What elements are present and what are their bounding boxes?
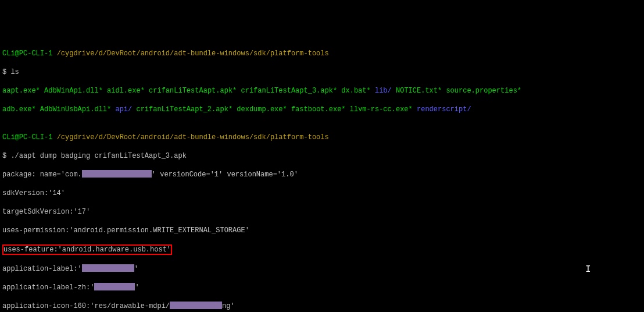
file-executable: crifanLiTestAapt.apk*	[149, 87, 237, 95]
file-executable: crifanLiTestAapt_2.apk*	[136, 105, 232, 114]
file-executable: AdbWinApi.dll*	[44, 87, 103, 95]
terminal-output[interactable]: CLi@PC-CLI-1 /cygdrive/d/DevRoot/android…	[2, 40, 642, 312]
file-executable: crifanLiTestAapt_3.apk*	[241, 87, 338, 95]
prompt-path: /cygdrive/d/DevRoot/android/adt-bundle-w…	[57, 49, 329, 58]
ls-row-1: aapt.exe* AdbWinApi.dll* aidl.exe* crifa…	[2, 86, 642, 95]
file-executable: NOTICE.txt*	[396, 87, 442, 95]
file-executable: AdbWinUsbApi.dll*	[40, 105, 111, 114]
output-sdk-version: sdkVersion:'14'	[2, 189, 642, 198]
prompt-user: CLi@PC-CLI-1	[2, 49, 52, 58]
redacted-block	[82, 264, 134, 272]
redacted-block	[82, 170, 152, 178]
prompt-line-1: CLi@PC-CLI-1 /cygdrive/d/DevRoot/android…	[2, 49, 642, 58]
file-executable: aapt.exe*	[2, 87, 40, 95]
directory: api/	[115, 105, 132, 114]
command-line-2: $ ./aapt dump badging crifanLiTestAapt_3…	[2, 151, 642, 161]
directory: renderscript/	[417, 105, 471, 114]
file-executable: aidl.exe*	[107, 87, 145, 95]
output-target-sdk: targetSdkVersion:'17'	[2, 207, 642, 217]
output-package: package: name='com.' versionCode='1' ver…	[2, 170, 642, 179]
command-line-1: $ ls	[2, 68, 642, 77]
directory: lib/	[375, 87, 392, 95]
file-executable: adb.exe*	[2, 105, 36, 114]
highlighted-text: uses-feature:'android.hardware.usb.host'	[2, 244, 172, 255]
output-uses-feature-usb-host: uses-feature:'android.hardware.usb.host'	[2, 244, 642, 255]
prompt-line-2: CLi@PC-CLI-1 /cygdrive/d/DevRoot/android…	[2, 133, 642, 142]
command-text: ./aapt dump badging crifanLiTestAapt_3.a…	[10, 152, 186, 160]
file-executable: llvm-rs-cc.exe*	[350, 105, 413, 114]
output-app-label-zh: application-label-zh:''	[2, 283, 642, 292]
file-executable: dx.bat*	[341, 87, 370, 95]
redacted-block	[170, 302, 222, 309]
file-executable: fastboot.exe*	[291, 105, 346, 114]
output-icon-160: application-icon-160:'res/drawable-mdpi/…	[2, 302, 642, 311]
redacted-block	[94, 283, 135, 290]
output-permission-write: uses-permission:'android.permission.WRIT…	[2, 226, 642, 235]
file-executable: source.properties*	[446, 87, 521, 95]
prompt-user: CLi@PC-CLI-1	[2, 133, 52, 141]
ls-row-2: adb.exe* AdbWinUsbApi.dll* api/ crifanLi…	[2, 105, 642, 114]
prompt-path: /cygdrive/d/DevRoot/android/adt-bundle-w…	[57, 133, 329, 141]
mouse-cursor-ibeam: I	[585, 265, 591, 274]
command-text: ls	[10, 68, 19, 76]
output-app-label: application-label:''	[2, 264, 642, 274]
file-executable: dexdump.exe*	[237, 105, 287, 114]
